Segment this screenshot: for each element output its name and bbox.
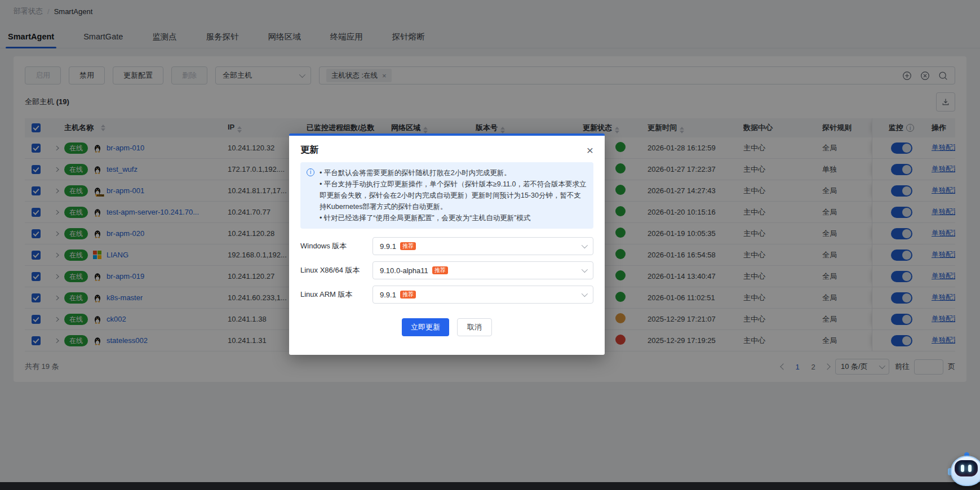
version-value: 9.10.0-alpha11 xyxy=(380,266,428,275)
modal-actions: 立即更新 取消 xyxy=(300,318,593,336)
version-field: Linux X86/64 版本 9.10.0-alpha11 推荐 xyxy=(300,261,593,279)
close-icon[interactable]: × xyxy=(587,144,593,156)
version-field: Windows 版本 9.9.1 推荐 xyxy=(300,237,593,255)
chevron-down-icon xyxy=(582,291,588,297)
info-circle-icon: i xyxy=(307,168,314,176)
version-form: Windows 版本 9.9.1 推荐 Linux X86/64 版本 9.10… xyxy=(300,237,593,304)
modal-notice: i 平台默认会将需要更新的探针随机打散在2小时内完成更新。平台支持手动执行立即更… xyxy=(300,162,593,229)
update-now-button[interactable]: 立即更新 xyxy=(402,318,449,336)
version-select[interactable]: 9.9.1 推荐 xyxy=(373,286,593,304)
chevron-down-icon xyxy=(582,242,588,248)
chevron-down-icon xyxy=(582,266,588,273)
version-value: 9.9.1 xyxy=(380,291,396,299)
version-field: Linux ARM 版本 9.9.1 推荐 xyxy=(300,286,593,304)
notice-item: 平台支持手动执行立即更新操作，单个探针（探针版本≥9.11.0，若不符合版本要求… xyxy=(320,179,587,212)
recommended-badge: 推荐 xyxy=(432,266,448,274)
version-field-label: Windows 版本 xyxy=(300,241,373,251)
cancel-button[interactable]: 取消 xyxy=(457,318,492,336)
modal-header: 更新 × xyxy=(300,136,593,162)
update-modal: 更新 × i 平台默认会将需要更新的探针随机打散在2小时内完成更新。平台支持手动… xyxy=(289,133,605,355)
notice-item: 平台默认会将需要更新的探针随机打散在2小时内完成更新。 xyxy=(320,167,587,179)
version-field-label: Linux ARM 版本 xyxy=(300,289,373,300)
version-field-label: Linux X86/64 版本 xyxy=(300,265,373,275)
modal-title: 更新 xyxy=(300,144,318,156)
notice-list: 平台默认会将需要更新的探针随机打散在2小时内完成更新。平台支持手动执行立即更新操… xyxy=(320,167,587,224)
assistant-robot-icon[interactable] xyxy=(950,455,980,487)
version-select[interactable]: 9.10.0-alpha11 推荐 xyxy=(373,261,593,279)
version-value: 9.9.1 xyxy=(380,242,396,251)
recommended-badge: 推荐 xyxy=(400,242,416,250)
recommended-badge: 推荐 xyxy=(400,291,416,299)
notice-item: 针对已经选择了“使用全局更新配置”，会更改为“主机自动更新”模式 xyxy=(320,212,587,224)
version-select[interactable]: 9.9.1 推荐 xyxy=(373,237,593,255)
